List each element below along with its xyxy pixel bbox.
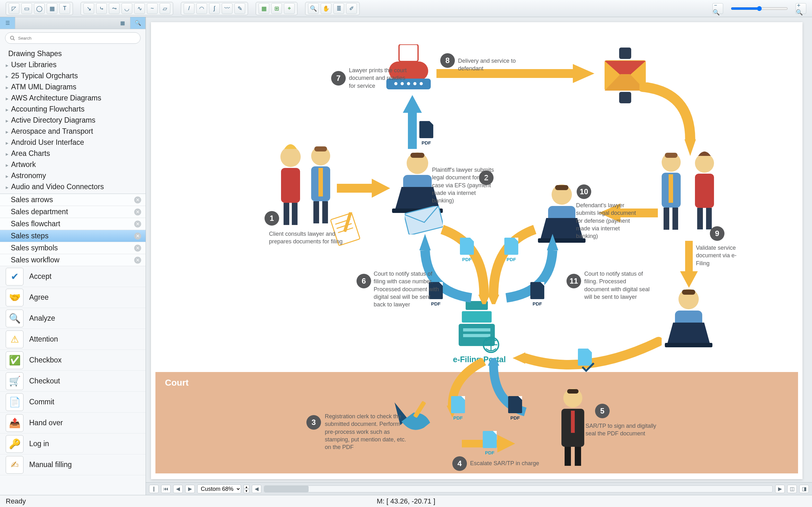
tree-item[interactable]: Area Charts [0,148,146,159]
shape-item[interactable]: ✔︎Accept [0,266,146,287]
panel-toggle-b[interactable]: ◨ [799,485,809,493]
page-pause[interactable]: ∥ [149,485,159,493]
tree-item[interactable]: Android User Interface [0,137,146,148]
page-prev[interactable]: ◀ [173,485,183,493]
zoom-slider[interactable] [731,6,788,11]
snap-object[interactable]: ⌖ [284,3,295,14]
library-set[interactable]: Sales arrows✕ [0,194,146,206]
page-next[interactable]: ▶ [185,485,195,493]
tree-item[interactable]: Active Directory Diagrams [0,115,146,126]
library-set[interactable]: Sales symbols✕ [0,242,146,254]
tree-item[interactable]: Astronomy [0,170,146,181]
shape-label: Attention [29,335,58,343]
hscroll-right[interactable]: ▶ [775,485,785,493]
library-sets: Sales arrows✕Sales department✕Sales flow… [0,193,146,266]
close-icon[interactable]: ✕ [134,233,141,239]
shape-label: Agree [29,293,49,302]
tool-layers[interactable]: ≣ [334,3,344,14]
snap-grid[interactable]: ▦ [258,3,269,14]
library-set-label: Sales flowchart [11,220,60,228]
tool-scribble[interactable]: ✎ [235,3,245,14]
conn-smart[interactable]: ⤷ [96,3,107,14]
tool-eyedrop[interactable]: ✐ [346,3,357,14]
library-set[interactable]: Sales flowchart✕ [0,218,146,230]
close-icon[interactable]: ✕ [134,209,141,216]
close-icon[interactable]: ✕ [134,221,141,228]
tree-item[interactable]: AWS Architecture Diagrams [0,93,146,104]
tool-text[interactable]: T [59,3,70,14]
step-badge-6: 6 [357,274,371,288]
tree-header[interactable]: Drawing Shapes [0,48,146,59]
tool-line[interactable]: / [184,3,194,14]
shape-item[interactable]: 🛒Checkout [0,371,146,392]
pdf-icon: PDF [417,121,435,146]
tool-table[interactable]: ▦ [47,3,57,14]
shape-item[interactable]: ✍︎Manual filling [0,454,146,475]
sidebar-tab-libraries[interactable]: ☰ [0,17,15,29]
shape-label: Accept [29,272,51,281]
tree-item[interactable]: Artwork [0,159,146,170]
hscrollbar[interactable] [264,486,773,493]
tool-bezier[interactable]: 〰 [222,3,233,14]
shape-item[interactable]: ✅Checkbox [0,350,146,371]
shape-item[interactable]: 🤝Agree [0,287,146,308]
library-set[interactable]: Sales department✕ [0,206,146,218]
search-input[interactable] [5,32,141,44]
zoom-spinner[interactable]: ▲▼ [244,485,249,493]
conn-round[interactable]: ⤳ [109,3,119,14]
svg-rect-42 [664,208,669,230]
page-first[interactable]: ⏮ [161,485,171,493]
tree-item[interactable]: ATM UML Diagrams [0,81,146,93]
sidebar-tabs: ☰ ▦ 🔍 [0,17,146,29]
shape-item[interactable]: ⚠︎Attention [0,329,146,350]
snap-guides[interactable]: ⊞ [271,3,282,14]
panel-toggle-a[interactable]: ◫ [787,485,797,493]
tree-item[interactable]: Aerospace and Transport [0,126,146,137]
shape-item[interactable]: 📤Hand over [0,412,146,434]
hscroll-thumb[interactable] [264,486,309,492]
canvas-viewport[interactable]: Court e-Filing Portal [146,17,812,495]
svg-rect-43 [672,208,678,230]
library-set-label: Sales symbols [11,244,58,252]
svg-marker-76 [547,234,558,250]
step-note-11: Court to notify status of filing. Proces… [584,270,651,301]
close-icon[interactable]: ✕ [134,245,141,251]
tree-item[interactable]: Accounting Flowcharts [0,104,146,115]
step-note-10: Defendant's lawyer submits legal documen… [576,202,640,240]
shape-item[interactable]: 🔍Analyze [0,308,146,329]
conn-arc[interactable]: ◡ [121,3,132,14]
shape-item[interactable]: 📄Commit [0,392,146,412]
conn-curve[interactable]: ∿ [134,3,145,14]
tool-ellipse[interactable]: ◯ [34,3,45,14]
conn-spline[interactable]: ~ [147,3,158,14]
library-set[interactable]: Sales steps✕ [0,230,146,242]
tool-zoom[interactable]: 🔍 [308,3,319,14]
shape-thumb-icon: 📄 [6,393,23,411]
tool-select[interactable]: ◸ [9,3,19,14]
shape-item[interactable]: 🔑Log in [0,434,146,454]
sidebar-tab-search[interactable]: 🔍 [131,17,146,29]
tool-page[interactable]: ▱ [159,3,170,14]
tool-rect[interactable]: ▭ [21,3,32,14]
toolbar-group-view: 🔍 ✋ ≣ ✐ [305,2,360,15]
drawing-canvas[interactable]: Court e-Filing Portal [151,22,803,479]
library-tree[interactable]: Drawing Shapes User Libraries25 Typical … [0,47,146,193]
zoom-in-button[interactable]: ＋🔍 [796,3,806,14]
close-icon[interactable]: ✕ [134,196,141,204]
conn-direct[interactable]: ↘ [84,3,94,14]
tree-item[interactable]: Audio and Video Connectors [0,181,146,192]
tree-item[interactable]: User Libraries [0,59,146,70]
zoom-out-button[interactable]: －🔍 [712,3,723,14]
close-icon[interactable]: ✕ [134,257,141,264]
tool-arc[interactable]: ◠ [196,3,207,14]
hscroll-left[interactable]: ◀ [252,485,261,493]
svg-marker-69 [684,139,696,156]
zoom-select[interactable]: Custom 68% [197,485,241,493]
svg-rect-46 [697,208,703,229]
tool-pan[interactable]: ✋ [321,3,332,14]
tree-item[interactable]: 25 Typical Orgcharts [0,70,146,81]
pdf-icon: PDF [506,396,524,420]
tool-spline[interactable]: ∫ [209,3,220,14]
library-set[interactable]: Sales workflow✕ [0,254,146,266]
sidebar-tab-grid[interactable]: ▦ [115,17,131,29]
